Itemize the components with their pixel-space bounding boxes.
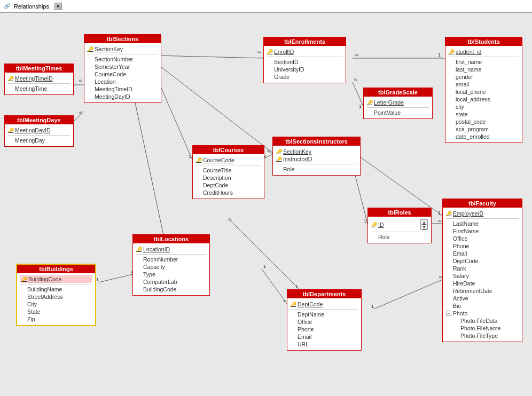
field-name: first_name [456,59,482,65]
field-name: DeptCode [203,182,228,188]
svg-text:1: 1 [359,104,362,109]
field-name: DeptCode [453,258,478,264]
field-spacer [267,74,272,80]
field-name: Capacity [143,264,165,270]
field-name: LastName [453,220,479,227]
close-icon[interactable]: ✕ [54,3,62,10]
title-bar-text: Relationships [14,3,49,10]
field-name: CourseCode [95,71,126,77]
scroll-up[interactable]: ▲ [421,220,427,225]
table-tblSectionsInstructors: tblSectionsInstructors 🔑 SectionKey 🔑 In… [272,137,361,176]
field-name: Office [453,235,467,242]
svg-text:1: 1 [263,264,266,269]
pk-icon: 🔑 [446,211,451,216]
title-bar-icon: 🔗 [3,3,11,10]
pk-icon: 🔑 [8,128,13,133]
svg-text:∞: ∞ [354,77,357,82]
table-title: tblSectionsInstructors [273,137,360,146]
table-tblLocations: tblLocations 🔑 LocationID RoomNumber Cap… [132,234,210,296]
field-name: RetirementDate [453,288,492,294]
field-name: FirstName [453,228,479,234]
pk-icon: 🔑 [291,302,296,307]
table-title: tblSections [84,35,161,43]
pk-icon: 🔑 [88,46,93,52]
pk-icon: 🔑 [21,276,27,282]
table-tblBuildings: tblBuildings 🔑 BuildingCode BuildingName… [16,264,96,326]
svg-text:1: 1 [295,284,298,289]
scroll-down[interactable]: ▼ [421,225,427,229]
table-title: tblLocations [133,235,209,243]
field-spacer [88,94,93,99]
table-title: tblStudents [445,37,522,46]
field-name: MeetingTimeID [15,75,53,82]
field-name: Email [298,334,311,340]
table-tblGradeScale: tblGradeScale 🔑 LetterGrade PointValue [363,88,433,119]
table-title: tblDepartments [287,290,361,298]
svg-line-18 [157,77,192,160]
pk-icon: 🔑 [8,76,13,81]
field-name: Role [283,166,295,172]
table-title: tblCourses [193,146,264,154]
field-spacer [88,72,93,77]
table-tblMeetingDays: tblMeetingDays 🔑 MeetingDayID MeetingDay [4,115,74,147]
field-name: date_enrolled [456,133,490,140]
svg-line-33 [132,90,166,245]
field-name: Bio [453,303,461,309]
table-tblEnrollments: tblEnrollments 🔑 EnrollID SectionID Univ… [263,37,346,83]
svg-line-45 [374,280,442,309]
svg-line-39 [262,269,287,304]
pk-icon: 🔑 [196,157,201,163]
svg-text:1: 1 [371,304,374,309]
svg-text:1: 1 [438,52,441,58]
svg-text:1: 1 [438,210,441,216]
field-name: PointValue [374,109,401,116]
table-title: tblFaculty [443,199,522,208]
expand-icon[interactable]: − [446,311,451,316]
field-name: MeetingDayID [95,93,130,100]
field-name: Photo.FileData [460,318,497,324]
field-name: local_phone [456,89,486,95]
field-spacer [88,79,93,84]
field-name: RoomNumber [143,256,178,263]
svg-text:∞: ∞ [79,78,82,83]
field-name: UniversityID [274,66,304,73]
table-title: tblBuildings [17,265,95,273]
field-spacer [8,86,13,91]
field-name: Salary [453,273,469,279]
table-tblMeetingTimes: tblMeetingTimes 🔑 MeetingTimeID MeetingT… [4,64,74,95]
field-name: LocationID [143,246,170,252]
field-spacer [267,59,272,65]
svg-text:1: 1 [189,154,191,159]
field-name: DeptCode [298,301,323,307]
field-name: LetterGrade [374,99,404,106]
pk-icon: 🔑 [276,156,281,162]
field-name: postal_code [456,118,486,125]
field-name: BuildingCode [28,276,61,282]
field-name: Phone [453,243,469,249]
svg-text:∞: ∞ [228,217,231,222]
pk-icon: 🔑 [276,149,281,154]
svg-text:∞: ∞ [79,110,82,115]
field-name: SectionKey [95,46,123,52]
table-title: tblMeetingTimes [5,64,73,73]
pk-icon: 🔑 [136,247,142,252]
svg-line-24 [353,152,442,216]
field-name: ID [378,221,384,228]
field-name: Photo [453,310,467,316]
field-name: city [456,104,464,110]
field-name: gender [456,74,473,80]
field-name: Email [453,250,467,257]
svg-text:∞: ∞ [355,52,358,58]
field-name: state [456,111,468,117]
field-name: student_id [456,49,481,55]
field-name: Photo.FileName [460,325,500,331]
field-name: SectionNumber [95,56,133,62]
svg-line-15 [157,64,272,153]
table-tblRoles: tblRoles 🔑 ID ▲ ▼ Role [367,208,432,243]
field-name: CourseTitle [203,167,231,173]
field-name: SectionKey [283,148,311,155]
canvas: 1 ∞ 1 ∞ 1 ∞ ∞ 1 ∞ 1 1 ∞ ∞ 1 ∞ 1 ∞ 1 [0,13,532,396]
table-tblDepartments: tblDepartments 🔑 DeptCode DeptName Offic… [287,289,362,351]
svg-text:1: 1 [96,277,99,282]
field-name: Type [143,271,155,278]
